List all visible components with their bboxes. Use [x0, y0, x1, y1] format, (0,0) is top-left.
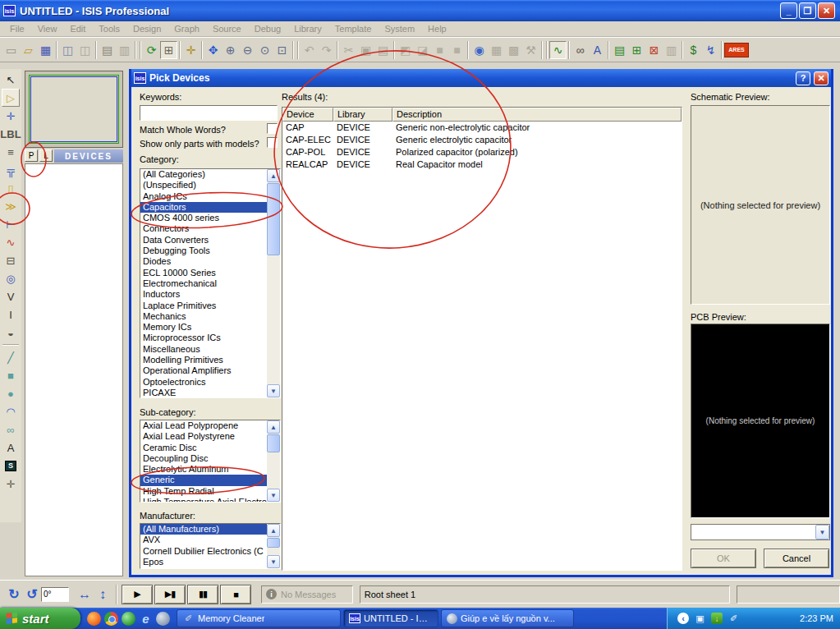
- pick-parts-icon[interactable]: ◉: [470, 41, 488, 59]
- category-analog-ics[interactable]: Analog ICs: [140, 191, 267, 202]
- result-row-cap[interactable]: CAPDEVICEGeneric non-electrolytic capaci…: [282, 122, 682, 134]
- menu-item-file[interactable]: File: [3, 22, 31, 35]
- 2d-text-icon[interactable]: A: [2, 438, 20, 457]
- category-miscellaneous[interactable]: Miscellaneous: [140, 344, 267, 355]
- ares-netlist-icon[interactable]: ARES: [724, 43, 749, 57]
- save-design-icon[interactable]: ▦: [37, 41, 54, 59]
- junction-dot-icon[interactable]: ✛: [2, 107, 20, 125]
- menu-item-help[interactable]: Help: [421, 22, 453, 35]
- make-device-icon[interactable]: ▦: [488, 41, 505, 59]
- redraw-icon[interactable]: ⟳: [143, 41, 160, 59]
- result-row-realcap[interactable]: REALCAPDEVICEReal Capacitor model: [282, 158, 682, 171]
- menu-item-tools[interactable]: Tools: [92, 22, 126, 35]
- results-column-description[interactable]: Description: [392, 108, 682, 122]
- virtual-instruments-icon[interactable]: ◒: [2, 324, 20, 342]
- origin-icon[interactable]: ✛: [182, 41, 200, 59]
- search-tag-icon[interactable]: ∞: [571, 41, 589, 59]
- brush-icon[interactable]: ✐: [728, 613, 740, 625]
- open-design-icon[interactable]: ▱: [20, 41, 37, 59]
- vertical-mirror-icon[interactable]: ↕: [94, 585, 112, 604]
- menu-item-edit[interactable]: Edit: [63, 22, 92, 35]
- category-inductors[interactable]: Inductors: [140, 289, 267, 300]
- ok-button[interactable]: OK: [691, 549, 756, 568]
- menu-item-design[interactable]: Design: [126, 22, 168, 35]
- menu-item-template[interactable]: Template: [328, 22, 379, 35]
- paste-icon[interactable]: ▤: [374, 41, 392, 59]
- show-only-models-checkbox[interactable]: [267, 137, 278, 148]
- subcategory-axial-lead-polystyrene[interactable]: Axial Lead Polystyrene: [140, 431, 267, 442]
- category-picaxe[interactable]: PICAXE: [140, 388, 267, 397]
- help-button[interactable]: ?: [796, 71, 810, 85]
- zoom-all-icon[interactable]: ⊙: [256, 41, 273, 59]
- category-electromechanical[interactable]: Electromechanical: [140, 278, 267, 289]
- chrome-icon[interactable]: [104, 612, 118, 626]
- design-explorer-icon[interactable]: ▤: [611, 41, 628, 59]
- keywords-input[interactable]: [140, 105, 278, 121]
- selection-mode-icon[interactable]: ↖: [2, 71, 20, 89]
- pick-devices-button[interactable]: P: [25, 149, 38, 162]
- pan-icon[interactable]: ✥: [204, 41, 222, 59]
- idm-icon[interactable]: ↓: [711, 613, 723, 624]
- zoom-area-icon[interactable]: ⊡: [273, 41, 291, 59]
- category-mechanics[interactable]: Mechanics: [140, 311, 267, 322]
- play-button[interactable]: ▶: [122, 585, 153, 604]
- graph-mode-icon[interactable]: ∿: [2, 233, 20, 251]
- scroll-thumb[interactable]: [267, 538, 280, 548]
- device-list[interactable]: [25, 163, 123, 576]
- green-orb-icon[interactable]: [122, 612, 135, 626]
- toggle-grid-icon[interactable]: ⊞: [160, 41, 177, 59]
- subcategory-generic[interactable]: Generic: [140, 475, 267, 485]
- property-assignment-icon[interactable]: A: [589, 41, 606, 59]
- category-microprocessor-ics[interactable]: Microprocessor ICs: [140, 333, 267, 343]
- rotate-anticlockwise-icon[interactable]: ↺: [23, 585, 41, 604]
- electrical-rule-check-icon[interactable]: ↯: [702, 41, 719, 59]
- 2d-symbol-icon[interactable]: S: [2, 457, 20, 475]
- menu-item-source[interactable]: Source: [206, 22, 248, 35]
- scroll-down-icon[interactable]: ▼: [267, 384, 280, 397]
- results-column-device[interactable]: Device: [282, 108, 333, 122]
- menu-item-graph[interactable]: Graph: [168, 22, 206, 35]
- subcategory-scrollbar[interactable]: ▲ ▼: [267, 420, 280, 502]
- category-modelling-primitives[interactable]: Modelling Primitives: [140, 355, 267, 365]
- restore-button[interactable]: ❐: [799, 2, 816, 19]
- category-connectors[interactable]: Connectors: [140, 223, 267, 234]
- subcircuit-icon[interactable]: ▯: [2, 179, 20, 197]
- new-file-icon[interactable]: ▭: [2, 41, 20, 59]
- match-whole-words-checkbox[interactable]: [267, 123, 278, 134]
- 2d-arc-icon[interactable]: ◠: [2, 402, 20, 420]
- dialog-close-button[interactable]: ✕: [814, 71, 829, 85]
- rotation-angle-input[interactable]: [41, 587, 69, 602]
- category-operational-amplifiers[interactable]: Operational Amplifiers: [140, 365, 267, 376]
- menu-item-debug[interactable]: Debug: [248, 22, 287, 35]
- tape-recorder-icon[interactable]: ⊟: [2, 251, 20, 269]
- decompose-icon[interactable]: ⚒: [522, 41, 539, 59]
- gray-orb-icon[interactable]: [156, 612, 170, 626]
- category-cmos-4000-series[interactable]: CMOS 4000 series: [140, 213, 267, 223]
- minimize-button[interactable]: _: [780, 2, 797, 19]
- component-mode-icon[interactable]: ▷: [2, 89, 20, 107]
- print-icon[interactable]: ▤: [99, 41, 116, 59]
- rotate-clockwise-icon[interactable]: ↻: [5, 585, 23, 604]
- pause-button[interactable]: ▮▮: [187, 585, 218, 604]
- wire-label-icon[interactable]: LBL: [2, 125, 20, 143]
- subcategory-ceramic-disc[interactable]: Ceramic Disc: [140, 443, 267, 453]
- cut-icon[interactable]: ✂: [340, 41, 357, 59]
- terminals-mode-icon[interactable]: ≫: [2, 197, 20, 215]
- new-sheet-icon[interactable]: ⊞: [628, 41, 645, 59]
- cancel-button[interactable]: Cancel: [764, 549, 829, 568]
- manufacturer-cornell-dubilier-electronics-c[interactable]: Cornell Dubilier Electronics (C: [140, 546, 267, 557]
- remove-sheet-icon[interactable]: ⊠: [645, 41, 663, 59]
- task-button-untitled-isis-prof[interactable]: isisUNTITLED - ISIS Prof...: [343, 609, 438, 627]
- scroll-down-icon[interactable]: ▼: [267, 489, 280, 502]
- stop-button[interactable]: ■: [220, 585, 251, 604]
- subcategory-high-temperature-axial-electrolytic[interactable]: High Temperature Axial Electrolytic: [140, 497, 267, 502]
- copy-icon[interactable]: ▣: [357, 41, 374, 59]
- category-optoelectronics[interactable]: Optoelectronics: [140, 377, 267, 388]
- zoom-in-icon[interactable]: ⊕: [222, 41, 239, 59]
- chevron-down-icon[interactable]: ▼: [815, 525, 829, 539]
- network-icon[interactable]: ▣: [694, 613, 706, 625]
- wire-autorouter-icon[interactable]: ∿: [549, 41, 567, 59]
- 2d-box-icon[interactable]: ■: [2, 366, 20, 384]
- import-section-icon[interactable]: ◫: [59, 41, 76, 59]
- start-button[interactable]: start: [0, 608, 80, 629]
